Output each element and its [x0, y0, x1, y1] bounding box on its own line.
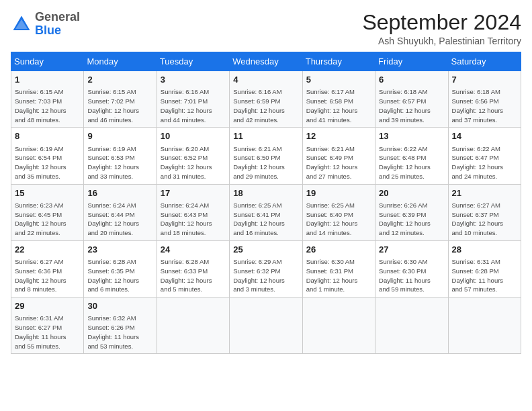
day-info: Sunrise: 6:30 AM Sunset: 6:30 PM Dayligh… — [379, 257, 444, 294]
day-info: Sunrise: 6:21 AM Sunset: 6:50 PM Dayligh… — [233, 144, 298, 181]
day-number: 29 — [15, 300, 80, 312]
calendar-cell: 9Sunrise: 6:19 AM Sunset: 6:53 PM Daylig… — [84, 128, 157, 184]
day-info: Sunrise: 6:19 AM Sunset: 6:54 PM Dayligh… — [15, 144, 80, 181]
day-info: Sunrise: 6:18 AM Sunset: 6:56 PM Dayligh… — [452, 87, 517, 124]
weekday-header-wednesday: Wednesday — [230, 52, 302, 71]
calendar-table: SundayMondayTuesdayWednesdayThursdayFrid… — [11, 52, 521, 354]
weekday-header-friday: Friday — [375, 52, 448, 71]
day-number: 24 — [161, 244, 226, 256]
calendar-cell: 20Sunrise: 6:26 AM Sunset: 6:39 PM Dayli… — [375, 184, 448, 240]
logo-icon — [11, 13, 32, 35]
day-number: 6 — [379, 74, 444, 86]
day-number: 25 — [233, 244, 298, 256]
day-info: Sunrise: 6:22 AM Sunset: 6:48 PM Dayligh… — [379, 144, 444, 181]
day-info: Sunrise: 6:31 AM Sunset: 6:27 PM Dayligh… — [15, 314, 80, 351]
calendar-cell: 14Sunrise: 6:22 AM Sunset: 6:47 PM Dayli… — [448, 128, 521, 184]
day-number: 14 — [452, 130, 517, 142]
calendar-cell: 21Sunrise: 6:27 AM Sunset: 6:37 PM Dayli… — [448, 184, 521, 240]
day-info: Sunrise: 6:16 AM Sunset: 6:59 PM Dayligh… — [233, 87, 298, 124]
calendar-cell: 10Sunrise: 6:20 AM Sunset: 6:52 PM Dayli… — [157, 128, 229, 184]
day-info: Sunrise: 6:31 AM Sunset: 6:28 PM Dayligh… — [452, 257, 517, 294]
day-info: Sunrise: 6:26 AM Sunset: 6:39 PM Dayligh… — [379, 201, 444, 238]
title-block: September 2024 Ash Shuyukh, Palestinian … — [362, 11, 521, 46]
day-info: Sunrise: 6:32 AM Sunset: 6:26 PM Dayligh… — [87, 314, 152, 351]
day-info: Sunrise: 6:24 AM Sunset: 6:44 PM Dayligh… — [87, 201, 152, 238]
day-info: Sunrise: 6:27 AM Sunset: 6:37 PM Dayligh… — [452, 201, 517, 238]
calendar-cell: 24Sunrise: 6:28 AM Sunset: 6:33 PM Dayli… — [157, 240, 229, 297]
calendar-cell — [157, 298, 229, 354]
day-info: Sunrise: 6:28 AM Sunset: 6:35 PM Dayligh… — [87, 257, 152, 294]
calendar-cell: 1Sunrise: 6:15 AM Sunset: 7:03 PM Daylig… — [11, 71, 84, 128]
logo: General Blue — [11, 11, 80, 38]
day-number: 22 — [15, 244, 80, 256]
day-number: 15 — [15, 187, 80, 199]
day-number: 17 — [161, 187, 226, 199]
calendar-cell: 28Sunrise: 6:31 AM Sunset: 6:28 PM Dayli… — [448, 240, 521, 297]
calendar-header: SundayMondayTuesdayWednesdayThursdayFrid… — [11, 52, 521, 71]
calendar-week-row: 1Sunrise: 6:15 AM Sunset: 7:03 PM Daylig… — [11, 71, 521, 128]
calendar-cell: 13Sunrise: 6:22 AM Sunset: 6:48 PM Dayli… — [375, 128, 448, 184]
day-number: 4 — [233, 74, 298, 86]
calendar-cell: 26Sunrise: 6:30 AM Sunset: 6:31 PM Dayli… — [302, 240, 375, 297]
weekday-header-sunday: Sunday — [11, 52, 84, 71]
logo-general: General — [35, 10, 80, 24]
calendar-cell — [230, 298, 302, 354]
month-year-title: September 2024 — [362, 11, 521, 34]
calendar-cell: 27Sunrise: 6:30 AM Sunset: 6:30 PM Dayli… — [375, 240, 448, 297]
calendar-cell: 6Sunrise: 6:18 AM Sunset: 6:57 PM Daylig… — [375, 71, 448, 128]
location-subtitle: Ash Shuyukh, Palestinian Territory — [362, 36, 521, 46]
day-number: 27 — [379, 244, 444, 256]
day-number: 16 — [87, 187, 152, 199]
calendar-cell: 4Sunrise: 6:16 AM Sunset: 6:59 PM Daylig… — [230, 71, 302, 128]
calendar-cell: 17Sunrise: 6:24 AM Sunset: 6:43 PM Dayli… — [157, 184, 229, 240]
calendar-week-row: 15Sunrise: 6:23 AM Sunset: 6:45 PM Dayli… — [11, 184, 521, 240]
day-info: Sunrise: 6:27 AM Sunset: 6:36 PM Dayligh… — [15, 257, 80, 294]
logo-blue: Blue — [35, 24, 61, 37]
day-info: Sunrise: 6:29 AM Sunset: 6:32 PM Dayligh… — [233, 257, 298, 294]
day-number: 21 — [452, 187, 517, 199]
calendar-cell: 11Sunrise: 6:21 AM Sunset: 6:50 PM Dayli… — [230, 128, 302, 184]
day-number: 7 — [452, 74, 517, 86]
weekday-header-row: SundayMondayTuesdayWednesdayThursdayFrid… — [11, 52, 521, 71]
calendar-cell: 12Sunrise: 6:21 AM Sunset: 6:49 PM Dayli… — [302, 128, 375, 184]
day-number: 11 — [233, 130, 298, 142]
calendar-cell: 30Sunrise: 6:32 AM Sunset: 6:26 PM Dayli… — [84, 298, 157, 354]
day-number: 20 — [379, 187, 444, 199]
calendar-cell — [302, 298, 375, 354]
day-info: Sunrise: 6:16 AM Sunset: 7:01 PM Dayligh… — [161, 87, 226, 124]
day-info: Sunrise: 6:25 AM Sunset: 6:41 PM Dayligh… — [233, 201, 298, 238]
day-info: Sunrise: 6:18 AM Sunset: 6:57 PM Dayligh… — [379, 87, 444, 124]
logo-text: General Blue — [35, 11, 80, 38]
day-number: 1 — [15, 74, 80, 86]
weekday-header-tuesday: Tuesday — [157, 52, 229, 71]
calendar-cell: 29Sunrise: 6:31 AM Sunset: 6:27 PM Dayli… — [11, 298, 84, 354]
day-number: 10 — [161, 130, 226, 142]
day-number: 2 — [87, 74, 152, 86]
day-info: Sunrise: 6:19 AM Sunset: 6:53 PM Dayligh… — [87, 144, 152, 181]
day-number: 3 — [161, 74, 226, 86]
day-number: 9 — [87, 130, 152, 142]
calendar-cell: 25Sunrise: 6:29 AM Sunset: 6:32 PM Dayli… — [230, 240, 302, 297]
day-info: Sunrise: 6:21 AM Sunset: 6:49 PM Dayligh… — [306, 144, 371, 181]
day-number: 18 — [233, 187, 298, 199]
calendar-cell: 5Sunrise: 6:17 AM Sunset: 6:58 PM Daylig… — [302, 71, 375, 128]
day-number: 30 — [87, 300, 152, 312]
day-info: Sunrise: 6:17 AM Sunset: 6:58 PM Dayligh… — [306, 87, 371, 124]
day-number: 23 — [87, 244, 152, 256]
weekday-header-saturday: Saturday — [448, 52, 521, 71]
calendar-cell: 8Sunrise: 6:19 AM Sunset: 6:54 PM Daylig… — [11, 128, 84, 184]
calendar-body: 1Sunrise: 6:15 AM Sunset: 7:03 PM Daylig… — [11, 71, 521, 354]
day-number: 26 — [306, 244, 371, 256]
calendar-cell — [375, 298, 448, 354]
calendar-week-row: 29Sunrise: 6:31 AM Sunset: 6:27 PM Dayli… — [11, 298, 521, 354]
day-info: Sunrise: 6:30 AM Sunset: 6:31 PM Dayligh… — [306, 257, 371, 294]
day-info: Sunrise: 6:20 AM Sunset: 6:52 PM Dayligh… — [161, 144, 226, 181]
day-number: 13 — [379, 130, 444, 142]
calendar-cell: 7Sunrise: 6:18 AM Sunset: 6:56 PM Daylig… — [448, 71, 521, 128]
calendar-week-row: 8Sunrise: 6:19 AM Sunset: 6:54 PM Daylig… — [11, 128, 521, 184]
weekday-header-monday: Monday — [84, 52, 157, 71]
day-number: 5 — [306, 74, 371, 86]
calendar-cell: 22Sunrise: 6:27 AM Sunset: 6:36 PM Dayli… — [11, 240, 84, 297]
day-info: Sunrise: 6:15 AM Sunset: 7:02 PM Dayligh… — [87, 87, 152, 124]
day-info: Sunrise: 6:28 AM Sunset: 6:33 PM Dayligh… — [161, 257, 226, 294]
